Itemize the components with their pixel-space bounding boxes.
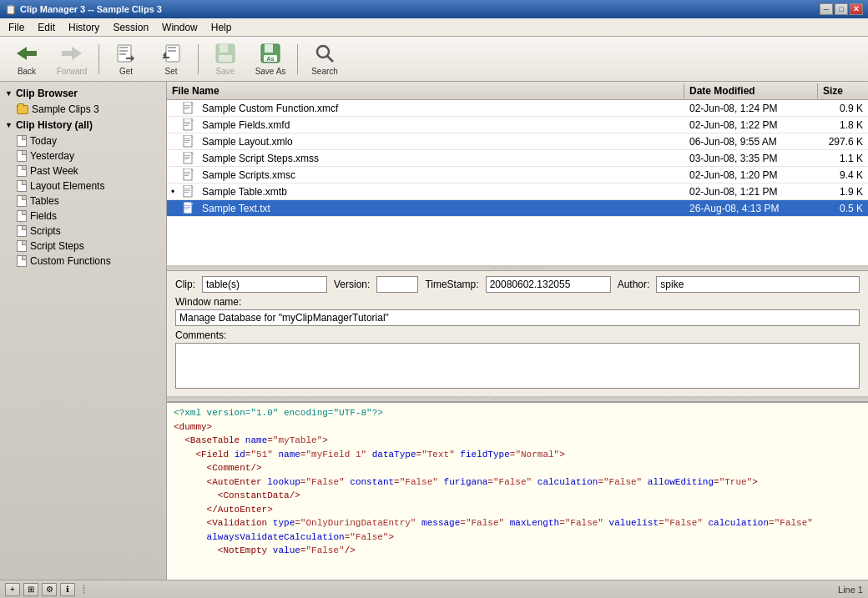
saveas-button[interactable]: As Save As <box>249 40 292 78</box>
window-title: Clip Manager 3 -- Sample Clips 3 <box>20 4 820 14</box>
sidebar-item-today[interactable]: Today <box>0 133 166 148</box>
menu-file[interactable]: File <box>2 20 31 35</box>
xml-line-10: <NotEmpty value="False"/> <box>174 544 861 558</box>
version-field[interactable] <box>376 276 418 293</box>
status-separator: ⁞ <box>82 581 86 597</box>
search-button[interactable]: Search <box>303 40 346 78</box>
menu-history[interactable]: History <box>62 20 106 35</box>
collapse-icon-2: ▼ <box>5 121 13 129</box>
file-list-header: File Name Date Modified Size <box>167 82 868 100</box>
file-date-5: 02-Jun-08, 1:21 PM <box>684 186 818 198</box>
custom-functions-label: Custom Functions <box>30 255 111 267</box>
timestamp-field[interactable] <box>486 276 611 293</box>
menu-help[interactable]: Help <box>204 20 239 35</box>
maximize-button[interactable]: □ <box>835 3 848 15</box>
menu-edit[interactable]: Edit <box>31 20 62 35</box>
get-label: Get <box>119 67 133 76</box>
sidebar-item-scripts[interactable]: Scripts <box>0 224 166 239</box>
clip-field[interactable] <box>202 276 327 293</box>
status-right: Line 1 <box>838 585 863 595</box>
svg-rect-3 <box>62 51 73 56</box>
file-date-0: 02-Jun-08, 1:24 PM <box>684 103 818 114</box>
svg-rect-36 <box>184 138 190 139</box>
save-icon <box>214 42 237 65</box>
back-button[interactable]: Back <box>5 40 48 78</box>
xml-line-2: <BaseTable name="myTable"> <box>174 434 861 448</box>
save-button[interactable]: Save <box>204 40 247 78</box>
table-row[interactable]: Sample Layout.xmlo 06-Jun-08, 9:55 AM 29… <box>167 133 868 150</box>
file-list: File Name Date Modified Size Sample Cust… <box>167 82 868 265</box>
svg-rect-11 <box>168 47 176 48</box>
page-icon-scripts <box>17 225 27 237</box>
status-add-button[interactable]: + <box>5 583 20 596</box>
xml-line-0: <?xml version="1.0" encoding="UTF-8"?> <box>174 406 861 420</box>
file-name-3: Sample Script Steps.xmss <box>199 153 684 164</box>
file-doc-icon <box>182 152 195 165</box>
sidebar-section-clip-history[interactable]: ▼ Clip History (all) <box>0 117 166 133</box>
forward-button[interactable]: Forward <box>50 40 93 78</box>
search-icon <box>313 42 336 65</box>
svg-rect-47 <box>184 173 190 174</box>
status-grid-button[interactable]: ⊞ <box>23 583 38 596</box>
svg-rect-43 <box>184 158 189 159</box>
sidebar-item-sample-clips[interactable]: Sample Clips 3 <box>0 102 166 117</box>
svg-rect-58 <box>184 209 189 209</box>
status-info-button[interactable]: ℹ <box>60 583 75 596</box>
page-icon-custom-functions <box>17 255 27 267</box>
file-size-4: 9.4 K <box>818 169 868 181</box>
xml-line-4: <Comment/> <box>174 461 861 475</box>
sidebar-item-past-week[interactable]: Past Week <box>0 163 166 178</box>
menu-window[interactable]: Window <box>155 20 204 35</box>
sidebar-item-layout-elements[interactable]: Layout Elements <box>0 178 166 193</box>
svg-rect-9 <box>126 58 133 59</box>
xml-line-9: alwaysValidateCalculation="False"> <box>174 530 861 545</box>
sidebar-item-fields[interactable]: Fields <box>0 209 166 224</box>
script-steps-label: Script Steps <box>30 240 84 252</box>
table-row[interactable]: Sample Custom Function.xmcf 02-Jun-08, 1… <box>167 100 868 117</box>
get-button[interactable]: Get <box>104 40 148 78</box>
window-name-field[interactable] <box>175 309 860 326</box>
xml-line-7: </AutoEnter> <box>174 503 861 517</box>
minimize-button[interactable]: ─ <box>820 3 833 15</box>
scripts-label: Scripts <box>30 225 61 237</box>
comments-label: Comments: <box>175 329 860 341</box>
comments-field[interactable] <box>175 343 860 389</box>
back-icon <box>15 42 38 65</box>
title-bar: 📋 Clip Manager 3 -- Sample Clips 3 ─ □ ✕ <box>0 0 868 18</box>
file-marker <box>167 169 179 181</box>
file-size-2: 297.6 K <box>818 136 868 148</box>
sidebar-section-clip-browser[interactable]: ▼ Clip Browser <box>0 85 166 102</box>
sidebar-item-script-steps[interactable]: Script Steps <box>0 239 166 254</box>
table-row-selected[interactable]: Sample Text.txt 26-Aug-08, 4:13 PM 0.5 K <box>167 200 868 217</box>
status-settings-button[interactable]: ⚙ <box>42 583 57 596</box>
file-doc-icon <box>182 135 195 148</box>
clip-info-panel: Clip: Version: TimeStamp: Author: Window… <box>167 270 868 396</box>
svg-rect-27 <box>184 107 190 108</box>
svg-rect-7 <box>119 53 126 55</box>
table-row[interactable]: Sample Script Steps.xmss 03-Jun-08, 3:35… <box>167 150 868 167</box>
set-button[interactable]: Set <box>149 40 193 78</box>
page-icon-yesterday <box>17 150 27 162</box>
folder-icon <box>17 105 28 114</box>
sidebar-item-yesterday[interactable]: Yesterday <box>0 148 166 163</box>
svg-line-23 <box>327 56 333 62</box>
sidebar-item-tables[interactable]: Tables <box>0 193 166 209</box>
author-field[interactable] <box>656 276 860 293</box>
xml-view[interactable]: <?xml version="1.0" encoding="UTF-8"?> <… <box>167 401 868 580</box>
table-row[interactable]: Sample Fields.xmfd 02-Jun-08, 1:22 PM 1.… <box>167 117 868 133</box>
clip-history-label: Clip History (all) <box>16 119 93 131</box>
table-row[interactable]: Sample Scripts.xmsc 02-Jun-08, 1:20 PM 9… <box>167 167 868 183</box>
file-marker <box>167 103 179 114</box>
file-name-5: Sample Table.xmtb <box>199 186 684 198</box>
clip-info-row-1: Clip: Version: TimeStamp: Author: <box>175 276 860 293</box>
menu-session[interactable]: Session <box>106 20 155 35</box>
close-button[interactable]: ✕ <box>850 3 863 15</box>
sidebar-item-custom-functions[interactable]: Custom Functions <box>0 254 166 269</box>
file-name-1: Sample Fields.xmfd <box>199 119 684 131</box>
file-name-6: Sample Text.txt <box>199 203 684 214</box>
xml-line-3: <Field id="51" name="myField 1" dataType… <box>174 448 861 462</box>
page-icon-fields <box>17 210 27 222</box>
svg-rect-33 <box>184 125 189 126</box>
table-row[interactable]: • Sample Table.xmtb 02-Jun-08, 1:21 PM 1… <box>167 183 868 200</box>
svg-rect-57 <box>184 207 190 208</box>
